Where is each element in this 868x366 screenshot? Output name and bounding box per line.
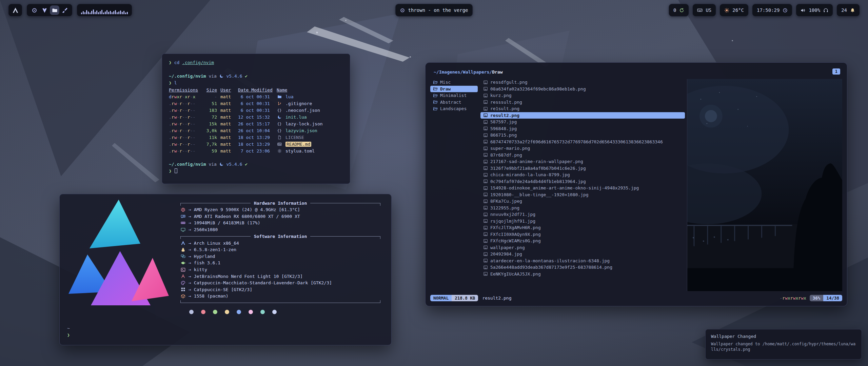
gear-icon	[277, 149, 282, 153]
folder-open-icon	[433, 100, 438, 104]
workspace-switcher	[26, 4, 73, 17]
file-item[interactable]: nnvuv0xj2df71.jpg	[480, 211, 685, 218]
viz-bar	[110, 11, 111, 14]
gpu-icon	[180, 214, 186, 219]
folder-item-abstract[interactable]: Abstract	[430, 99, 478, 106]
terminal-file-row: .rw-r--r--11kmatt18 oct 13:29LICENSE	[169, 134, 343, 141]
image-icon	[483, 232, 488, 237]
file-item[interactable]: ressdfgult.png	[480, 79, 685, 86]
folder-item-landscapes[interactable]: Landscapes	[430, 105, 478, 112]
tab-badge[interactable]: 1	[832, 68, 840, 75]
file-item[interactable]: 08a634fa02a32364f69ebc86a98eb1eb.png	[480, 86, 685, 93]
image-icon	[483, 139, 488, 144]
file-item[interactable]: 866715.png	[480, 132, 685, 139]
terminal-file-row: .rw-r--r--183matt 6 oct 00:31{}.neoconf.…	[169, 107, 343, 114]
image-icon	[483, 80, 488, 85]
file-size-badge: 218.8 KB	[452, 295, 478, 301]
terminal-command-line: ❯ l	[169, 80, 343, 86]
file-item[interactable]: wallpaper.png	[480, 244, 685, 251]
status-bar: thrown - on the verge 0 US 26°C 17:50:29	[0, 3, 868, 17]
keyboard-layout-widget[interactable]: US	[692, 4, 716, 17]
terminal-window-nvim[interactable]: ❯ cd .config/nvim ~/.config/nvim via v5.…	[162, 54, 350, 184]
file-item[interactable]: 0c794faf07de24a4db4d4fb1eb813964.jpg	[480, 178, 685, 185]
file-item[interactable]: super-mario.png	[480, 145, 685, 152]
file-item[interactable]: 154928-odinokoe_anime-art-anime-okno-sin…	[480, 185, 685, 191]
media-player-widget[interactable]: thrown - on the verge	[395, 4, 473, 17]
palette-dot	[213, 310, 217, 314]
terminal-file-row: drwxr-xr-x-matt 6 oct 00:31lua	[169, 93, 343, 100]
file-item[interactable]: rsjqojlmjhf91.jpg	[480, 218, 685, 225]
file-item[interactable]: 68747470733a2f2f696d616765732d7769786d70…	[480, 139, 685, 145]
file-item[interactable]: 596848.jpg	[480, 125, 685, 132]
file-item[interactable]: 87r687df.png	[480, 152, 685, 159]
viz-bar	[112, 12, 113, 14]
viz-bar	[93, 9, 94, 14]
launcher-button[interactable]	[8, 4, 22, 17]
viz-bar	[103, 13, 104, 14]
updates-widget[interactable]: 0	[669, 4, 689, 17]
fetch-info-line: →Hyprland	[180, 253, 380, 260]
viz-bar	[118, 12, 119, 14]
palette-dot	[272, 310, 277, 314]
image-icon	[483, 172, 488, 177]
mode-badge: NORMAL	[430, 295, 452, 301]
viz-bar	[91, 11, 92, 14]
weather-widget[interactable]: 26°C	[719, 4, 749, 17]
file-item[interactable]: kurz.png	[480, 92, 685, 99]
file-item[interactable]: FXfcII0X0AQyn9X.png	[480, 231, 685, 238]
hardware-info-list: →AMD Ryzen 9 5900X (24) @ 4.9GHz [61.3°C…	[180, 206, 380, 233]
fetch-prompt[interactable]: ~ ❯	[67, 325, 70, 339]
preview-pane	[687, 79, 842, 291]
arrow-icon: →	[189, 220, 191, 225]
notifications-widget[interactable]: 24	[836, 4, 860, 17]
fetch-logo	[65, 198, 170, 307]
file-item[interactable]: result2.png	[480, 112, 685, 119]
terminal-prompt-line: ~/.config/nvim via v5.4.6 ✔	[169, 73, 343, 80]
display-icon	[180, 227, 186, 232]
arrow-icon: →	[189, 247, 191, 252]
clock-icon	[783, 8, 788, 13]
workspace-button-3[interactable]	[50, 5, 59, 15]
folder-pane: MiscDrawMinimalistAbstractLandscapes	[430, 79, 478, 291]
notification-count: 24	[841, 7, 847, 13]
file-item[interactable]: 3126f7e9bbf21a8a4af0b67b041c6e26.jpg	[480, 165, 685, 172]
file-item[interactable]: 8FKa7Cu.jpeg	[480, 198, 685, 205]
image-icon	[483, 186, 488, 190]
sun-icon	[724, 8, 729, 13]
image-icon	[483, 159, 488, 164]
file-item[interactable]: re1sult.png	[480, 105, 685, 112]
fetch-info-line: →1558 (pacman)	[180, 293, 380, 300]
fetch-info-line: →10948MiB / 64183MiB (17%)	[180, 220, 380, 226]
terminal-file-row: .rw-r--r--51matt 6 oct 00:31.gitignore	[169, 100, 343, 107]
terminal-input-line[interactable]: ❯	[169, 168, 343, 175]
file-item[interactable]: EeNKYgIUcAAJ5JX.png	[480, 271, 685, 278]
file-item[interactable]: 5a266e448add93deab367d87173e9f25-6837886…	[480, 264, 685, 271]
file-item[interactable]: FXfcHgcWIAMzs0G.png	[480, 238, 685, 244]
clock-widget[interactable]: 17:50:29	[752, 4, 792, 17]
file-item[interactable]: atardecer-en-la-montanas-ilustracion-634…	[480, 258, 685, 264]
file-item[interactable]: chica-mirando-la-luna-8799.jpg	[480, 171, 685, 178]
fetch-info-line: →fish 3.6.1	[180, 260, 380, 266]
file-item[interactable]: FXfcJlTXgAMvH6R.png	[480, 224, 685, 231]
folder-item-minimalist[interactable]: Minimalist	[430, 92, 478, 99]
folder-item-draw[interactable]: Draw	[430, 86, 478, 93]
terminal-window-fetch[interactable]: Hardware Information →AMD Ryzen 9 5900X …	[59, 194, 392, 345]
file-item[interactable]: 3122955.png	[480, 205, 685, 211]
notification-title: Wallpaper Changed	[711, 334, 856, 339]
workspace-button-1[interactable]	[29, 5, 39, 15]
file-item[interactable]: 19201080-__blue-tinge__-1920×1080.jpg	[480, 191, 685, 198]
folder-open-icon	[433, 80, 438, 85]
viz-bar	[83, 11, 84, 14]
workspace-button-4[interactable]	[60, 5, 70, 15]
file-item[interactable]: 587597.jpg	[480, 119, 685, 125]
folder-item-misc[interactable]: Misc	[430, 79, 478, 86]
file-item[interactable]: 20492984.jpg	[480, 251, 685, 258]
breadcrumb-current: Draw	[492, 69, 502, 75]
file-item[interactable]: 217167-sad-anime-rain-wallpaper.png	[480, 158, 685, 165]
file-item[interactable]: resssult.png	[480, 99, 685, 106]
arrow-icon: →	[189, 260, 191, 265]
notification-popup[interactable]: Wallpaper Changed Wallpaper changed to /…	[705, 329, 862, 360]
workspace-button-2[interactable]	[40, 5, 49, 15]
file-manager-window[interactable]: ~/Imagenes/Wallpapers/Draw 1 MiscDrawMin…	[425, 62, 847, 306]
volume-widget[interactable]: 100%	[796, 4, 833, 17]
